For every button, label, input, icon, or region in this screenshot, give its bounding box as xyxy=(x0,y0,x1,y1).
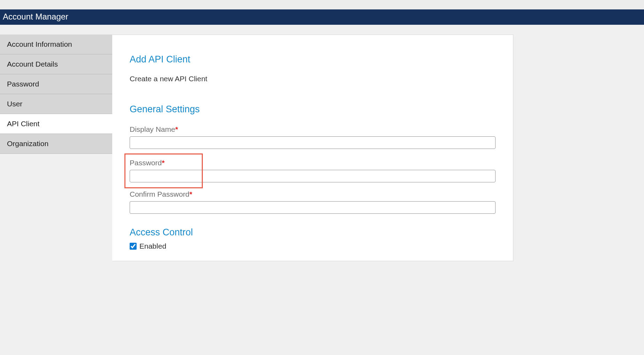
sidebar-item-label: Account Details xyxy=(7,60,58,68)
confirm-password-label: Confirm Password* xyxy=(130,190,496,198)
content-wrapper: Account Information Account Details Pass… xyxy=(0,35,644,261)
sidebar-item-user[interactable]: User xyxy=(0,94,112,114)
label-text: Password xyxy=(130,159,162,167)
label-text: Display Name xyxy=(130,125,175,133)
page-subtitle: Create a new API Client xyxy=(130,75,496,83)
sidebar-item-label: API Client xyxy=(7,120,39,128)
required-mark: * xyxy=(175,125,178,133)
enabled-checkbox[interactable] xyxy=(130,243,137,250)
page-title: Add API Client xyxy=(130,54,496,65)
sidebar-item-organization[interactable]: Organization xyxy=(0,134,112,154)
required-mark: * xyxy=(162,159,164,167)
general-settings-heading: General Settings xyxy=(130,104,496,115)
field-confirm-password: Confirm Password* xyxy=(130,190,496,214)
confirm-password-input[interactable] xyxy=(130,201,496,214)
display-name-input[interactable] xyxy=(130,136,496,149)
sidebar-item-account-information[interactable]: Account Information xyxy=(0,35,112,54)
main-inner: Add API Client Create a new API Client G… xyxy=(112,35,513,261)
sidebar: Account Information Account Details Pass… xyxy=(0,35,112,261)
top-spacer xyxy=(0,0,644,9)
display-name-label: Display Name* xyxy=(130,125,496,134)
enabled-row: Enabled xyxy=(130,242,496,250)
sidebar-item-account-details[interactable]: Account Details xyxy=(0,54,112,74)
sidebar-item-password[interactable]: Password xyxy=(0,74,112,94)
header-title: Account Manager xyxy=(3,12,68,22)
required-mark: * xyxy=(190,190,192,198)
sidebar-item-label: Organization xyxy=(7,139,48,148)
sidebar-item-label: Account Information xyxy=(7,40,72,48)
sidebar-item-label: User xyxy=(7,100,22,108)
label-text: Confirm Password xyxy=(130,190,190,198)
password-label: Password* xyxy=(130,159,496,167)
header-bar: Account Manager xyxy=(0,9,644,25)
password-input[interactable] xyxy=(130,170,496,182)
field-password: Password* xyxy=(130,159,496,182)
access-control-heading: Access Control xyxy=(130,227,496,238)
field-display-name: Display Name* xyxy=(130,125,496,149)
enabled-label: Enabled xyxy=(139,242,166,250)
sidebar-item-api-client[interactable]: API Client xyxy=(0,114,112,134)
sidebar-item-label: Password xyxy=(7,80,39,88)
main-panel: Add API Client Create a new API Client G… xyxy=(112,35,513,261)
